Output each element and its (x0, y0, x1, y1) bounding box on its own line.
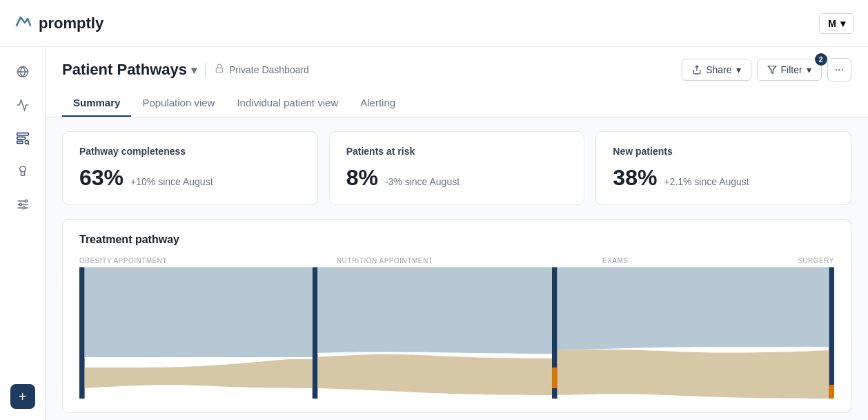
sidebar-item-pathways[interactable] (9, 124, 37, 152)
metric-value: 38% (613, 165, 657, 191)
page-title-text: Patient Pathways (62, 61, 187, 79)
svg-point-11 (19, 203, 21, 205)
private-label: Private Dashboard (229, 64, 309, 75)
svg-line-5 (28, 144, 28, 144)
main-layout: + Patient Pathways ▾ (0, 47, 868, 420)
page-title-chevron-icon[interactable]: ▾ (191, 64, 197, 77)
filter-button[interactable]: Filter ▾ (757, 59, 822, 81)
app-logo: promptly (14, 12, 103, 35)
filter-label: Filter (781, 64, 802, 75)
logo-icon (14, 12, 33, 35)
tab-alerting[interactable]: Alerting (349, 90, 406, 117)
header-actions: Share ▾ Filter ▾ 2 (682, 58, 851, 82)
svg-point-10 (25, 200, 27, 202)
metric-label: Patients at risk (346, 146, 568, 157)
lock-icon (214, 63, 225, 77)
metric-change: -3% since August (385, 176, 460, 187)
pathway-title: Treatment pathway (79, 233, 834, 246)
svg-rect-16 (79, 267, 85, 399)
tabs: Summary Population view Individual patie… (62, 90, 851, 117)
metric-label: Pathway completeness (79, 146, 301, 157)
page-title-left: Patient Pathways ▾ Private Dashboard (62, 61, 309, 79)
tab-summary[interactable]: Summary (62, 90, 131, 117)
sidebar: + (0, 47, 46, 420)
page-title-row: Patient Pathways ▾ Private Dashboard (62, 58, 851, 82)
page-title: Patient Pathways ▾ (62, 61, 197, 79)
sidebar-item-insights[interactable] (9, 158, 37, 185)
svg-rect-17 (313, 267, 318, 399)
metric-card-new-patients: New patients 38% +2.1% since August (595, 131, 851, 205)
svg-marker-15 (768, 66, 776, 74)
svg-rect-20 (552, 368, 558, 388)
metric-value-row: 8% -3% since August (346, 165, 568, 191)
user-menu-button[interactable]: M ▾ (819, 13, 854, 34)
metric-label: New patients (613, 146, 834, 157)
svg-point-12 (23, 207, 25, 209)
metric-card-pathway-completeness: Pathway completeness 63% +10% since Augu… (62, 131, 318, 205)
metric-change: +2.1% since August (664, 176, 749, 187)
pathway-col-label-1: OBESITY APPOINTMENT (79, 257, 167, 265)
tab-individual[interactable]: Individual patient view (226, 90, 349, 117)
share-label: Share (706, 64, 731, 75)
add-icon: + (19, 389, 27, 405)
sidebar-item-globe[interactable] (9, 58, 37, 86)
treatment-pathway-card: Treatment pathway OBESITY APPOINTMENT NU… (62, 219, 851, 413)
metric-cards: Pathway completeness 63% +10% since Augu… (62, 131, 851, 205)
add-button[interactable]: + (10, 384, 35, 409)
filter-chevron-icon: ▾ (807, 64, 811, 75)
sankey-svg (79, 267, 834, 399)
user-chevron-icon: ▾ (840, 18, 845, 29)
svg-rect-1 (17, 133, 28, 135)
page-header: Patient Pathways ▾ Private Dashboard (46, 47, 868, 117)
sidebar-item-analytics[interactable] (9, 91, 37, 119)
metric-value-row: 63% +10% since August (79, 165, 301, 191)
share-chevron-icon: ▾ (736, 64, 741, 75)
more-options-button[interactable]: ··· (827, 58, 851, 82)
main-content: Pathway completeness 63% +10% since Augu… (46, 117, 868, 420)
svg-rect-2 (17, 137, 25, 139)
share-button[interactable]: Share ▾ (682, 59, 751, 81)
tab-population[interactable]: Population view (131, 90, 226, 117)
metric-value: 63% (79, 165, 124, 191)
more-icon: ··· (835, 64, 844, 75)
user-initial: M (828, 18, 836, 29)
content-area: Patient Pathways ▾ Private Dashboard (46, 47, 868, 420)
svg-rect-19 (829, 267, 834, 399)
metric-change: +10% since August (130, 176, 213, 187)
sankey-chart (79, 267, 834, 399)
filter-count-badge: 2 (815, 53, 827, 66)
metric-card-patients-at-risk: Patients at risk 8% -3% since August (329, 131, 585, 205)
app-name: promptly (39, 15, 103, 32)
metric-value-row: 38% +2.1% since August (613, 165, 834, 191)
metric-value: 8% (346, 165, 378, 191)
private-dashboard-badge: Private Dashboard (205, 63, 309, 77)
filter-wrapper: Filter ▾ 2 (757, 59, 822, 81)
svg-rect-13 (216, 68, 222, 73)
pathway-col-label-4: SURGERY (798, 257, 834, 265)
svg-rect-3 (17, 141, 22, 143)
sidebar-item-tools[interactable] (9, 191, 37, 218)
topbar: promptly M ▾ (0, 0, 868, 47)
svg-rect-21 (829, 385, 834, 399)
svg-point-4 (25, 140, 28, 144)
pathway-col-label-3: EXAMS (602, 257, 629, 265)
pathway-column-labels: OBESITY APPOINTMENT NUTRITION APPOINTMEN… (79, 257, 834, 265)
pathway-col-label-2: NUTRITION APPOINTMENT (337, 257, 433, 265)
